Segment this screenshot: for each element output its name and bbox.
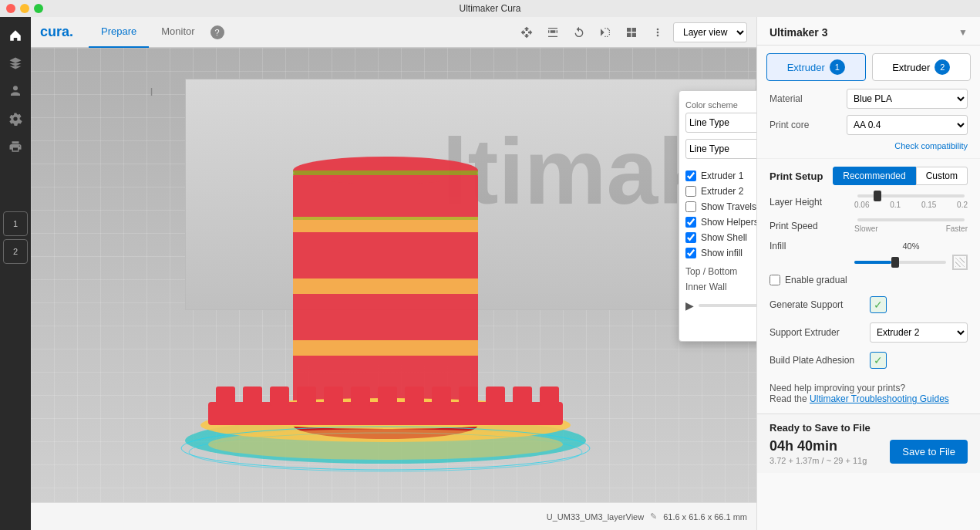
sidebar-item-print[interactable]: [3, 134, 28, 159]
print-core-select[interactable]: AA 0.4: [847, 115, 968, 135]
show-shell-row[interactable]: Show Shell: [685, 230, 756, 245]
svg-rect-13: [351, 387, 370, 406]
show-travels-label: Show Travels: [701, 201, 756, 212]
svg-rect-12: [324, 387, 343, 406]
extruder1-label: Extruder 1: [701, 170, 756, 181]
check-compat-link[interactable]: Check compatibility: [770, 141, 968, 150]
color-scheme-section: Color scheme Line Type: [679, 97, 756, 139]
layer-height-track[interactable]: [857, 194, 965, 197]
print-speed-track[interactable]: [857, 218, 965, 221]
extruder-tabs: Extruder 1 Extruder 2: [757, 46, 980, 81]
help-icon[interactable]: ?: [210, 25, 224, 39]
logo: cura.: [40, 24, 73, 40]
sidebar-item-person[interactable]: [3, 79, 28, 103]
toolbar-move-icon[interactable]: [516, 22, 537, 43]
svg-rect-24: [293, 170, 478, 175]
print-time: 04h 40min: [770, 438, 867, 454]
inner-wall-row: Inner Wall: [679, 279, 756, 295]
support-extruder-select[interactable]: Extruder 2: [870, 322, 968, 343]
tab-recommended[interactable]: Recommended: [833, 167, 915, 185]
line-type-select[interactable]: Line Type: [685, 139, 756, 159]
window-controls[interactable]: [6, 4, 43, 13]
svg-rect-19: [513, 387, 532, 406]
main-content: cura. Prepare Monitor ?: [31, 17, 756, 530]
show-infill-row[interactable]: Show infill: [685, 245, 756, 261]
help-section: Need help improving your prints? Read th…: [757, 373, 980, 414]
toolbar-mirror-icon[interactable]: [594, 22, 616, 43]
help-link[interactable]: Ultimaker Troubleshooting Guides: [810, 393, 949, 404]
toolbar-layout-icon[interactable]: [621, 22, 642, 43]
toolbar-more-icon[interactable]: [647, 22, 668, 43]
setup-tabs: Recommended Custom: [833, 167, 968, 185]
show-helpers-checkbox[interactable]: [685, 217, 696, 228]
infill-percent: 40%: [854, 241, 968, 251]
help-read-row: Read the Ultimaker Troubleshooting Guide…: [770, 393, 968, 404]
edit-icon[interactable]: ✎: [650, 511, 657, 522]
tab-custom[interactable]: Custom: [916, 167, 968, 185]
color-scheme-wrapper: Line Type: [685, 113, 756, 133]
show-travels-checkbox[interactable]: [685, 201, 696, 212]
show-travels-row[interactable]: Show Travels: [685, 199, 756, 214]
svg-rect-20: [540, 387, 559, 406]
print-speed-label: Print Speed: [770, 221, 854, 231]
print-setup-header: Print Setup Recommended Custom: [757, 159, 980, 190]
infill-pattern-fill: [955, 258, 965, 267]
svg-rect-25: [293, 217, 478, 220]
show-shell-checkbox[interactable]: [685, 232, 696, 243]
app-container: 1 2 cura. Prepare Monitor ?: [0, 17, 980, 530]
logo-text: cura.: [40, 24, 73, 40]
sidebar-item-home[interactable]: [3, 23, 28, 48]
sidebar-item-settings[interactable]: [3, 106, 28, 131]
top-bottom-label: Top / Bottom: [685, 266, 737, 277]
enable-gradual-checkbox[interactable]: [770, 275, 780, 285]
show-helpers-label: Show Helpers: [701, 217, 756, 228]
extruder1-row[interactable]: Extruder 1: [685, 168, 756, 184]
layer-value-row: 330: [679, 316, 756, 335]
sidebar-item-layers[interactable]: [3, 51, 28, 76]
build-plate-row: Build Plate Adhesion ✓: [757, 347, 980, 373]
material-select[interactable]: Blue PLA: [847, 89, 968, 109]
show-helpers-row[interactable]: Show Helpers: [685, 214, 756, 230]
extruder2-checkbox[interactable]: [685, 186, 696, 197]
tab-prepare[interactable]: Prepare: [89, 17, 149, 48]
build-plate-check[interactable]: ✓: [870, 352, 887, 369]
toolbar-rotate-icon[interactable]: [568, 22, 590, 43]
tab-monitor[interactable]: Monitor: [149, 17, 207, 48]
infill-track[interactable]: [854, 261, 946, 264]
infill-slider-row: [770, 251, 968, 273]
show-infill-checkbox[interactable]: [685, 248, 696, 258]
extruder2-row[interactable]: Extruder 2: [685, 184, 756, 199]
time-info: 04h 40min 3.72 + 1.37m / ~ 29 + 11g: [770, 438, 867, 465]
support-extruder-row: Support Extruder Extruder 2: [757, 318, 980, 347]
panel-chevron-icon[interactable]: ▼: [958, 27, 968, 38]
view-select[interactable]: Layer view: [673, 22, 747, 42]
extruder2-tab[interactable]: Extruder 2: [872, 53, 972, 81]
play-button[interactable]: ▶: [685, 299, 694, 312]
svg-point-0: [13, 86, 18, 90]
sidebar-num2[interactable]: 2: [3, 239, 28, 264]
extruder2-tab-label: Extruder: [892, 62, 930, 73]
close-button[interactable]: [6, 4, 15, 13]
enable-gradual-row[interactable]: Enable gradual: [757, 273, 980, 292]
generate-support-check[interactable]: ✓: [870, 296, 887, 313]
layer-height-thumb[interactable]: [874, 191, 881, 201]
print-speed-control: Slower Faster: [854, 218, 968, 233]
nav-toolbar: Layer view: [516, 22, 747, 43]
bottom-bar: U_UM33_UM3_layerView ✎ 61.6 x 61.6 x 66.…: [31, 502, 756, 530]
minimize-button[interactable]: [20, 4, 29, 13]
save-to-file-button[interactable]: Save to File: [890, 440, 968, 464]
sidebar-num1[interactable]: 1: [3, 211, 28, 236]
toolbar-scale-icon[interactable]: [542, 22, 564, 43]
ready-bar: Ready to Save to File 04h 40min 3.72 + 1…: [757, 414, 980, 473]
3d-model: [131, 62, 640, 479]
extruder1-checkbox[interactable]: [685, 170, 696, 181]
svg-rect-23: [293, 340, 478, 356]
maximize-button[interactable]: [34, 4, 43, 13]
infill-label: Infill: [770, 241, 854, 251]
svg-point-28: [208, 429, 563, 460]
color-scheme-select[interactable]: Line Type: [685, 113, 756, 133]
viewport: ltimak: [31, 48, 756, 502]
extruder1-tab[interactable]: Extruder 1: [766, 53, 866, 81]
layer-slider-track[interactable]: [699, 304, 756, 307]
infill-thumb[interactable]: [891, 257, 899, 268]
